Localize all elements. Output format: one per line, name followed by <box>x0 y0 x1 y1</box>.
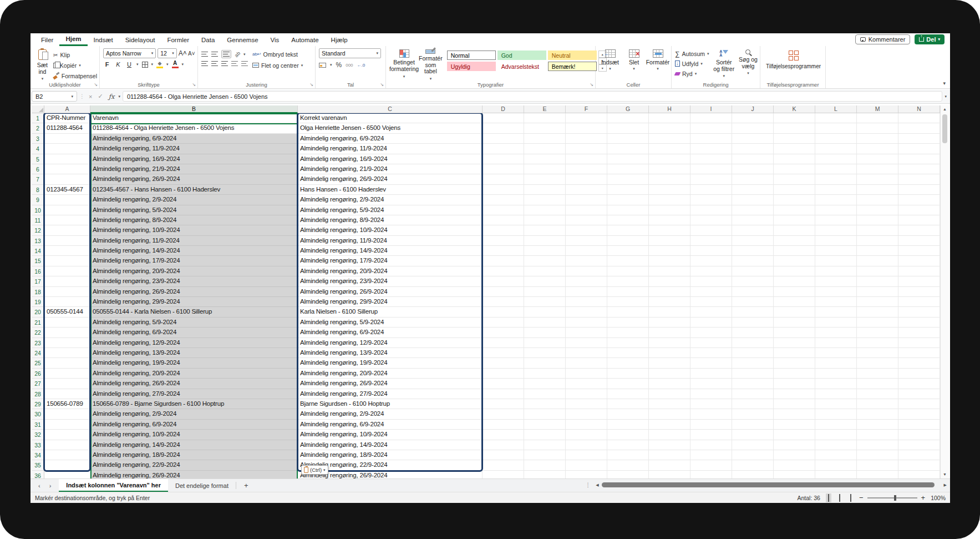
paste-options-button[interactable]: (Ctrl) ▾ <box>301 465 328 475</box>
cell-H33[interactable] <box>649 440 690 450</box>
scroll-down-icon[interactable]: ▼ <box>941 471 949 478</box>
cell-A20[interactable]: 050555-0144 <box>44 307 90 317</box>
cell-M24[interactable] <box>857 348 898 358</box>
cell-F3[interactable] <box>566 134 607 144</box>
cell-G24[interactable] <box>607 348 649 358</box>
dialog-launcher-icon[interactable]: ↘ <box>192 82 196 87</box>
ribbon-collapse-icon[interactable]: ▾ <box>943 80 946 86</box>
cell-C30[interactable]: Almindelig rengøring, 2/9-2024 <box>298 409 483 419</box>
column-header-D[interactable]: D <box>483 105 524 113</box>
cell-A24[interactable] <box>44 348 90 358</box>
cell-E32[interactable] <box>524 430 566 440</box>
cell-N24[interactable] <box>898 348 940 358</box>
cell-H10[interactable] <box>649 205 690 215</box>
cell-K7[interactable] <box>774 174 815 184</box>
cell-A25[interactable] <box>44 358 90 368</box>
cell-G14[interactable] <box>607 246 649 256</box>
cell-F35[interactable] <box>566 460 607 470</box>
cell-F26[interactable] <box>566 369 607 379</box>
cell-J16[interactable] <box>732 266 774 276</box>
cell-N10[interactable] <box>898 205 940 215</box>
row-header-5[interactable]: 5 <box>32 154 44 164</box>
cell-K1[interactable] <box>774 113 815 123</box>
cell-M27[interactable] <box>857 379 898 389</box>
cell-A22[interactable] <box>44 328 90 337</box>
cell-F22[interactable] <box>566 328 607 337</box>
column-header-L[interactable]: L <box>815 105 857 113</box>
cell-J27[interactable] <box>732 379 774 389</box>
cell-C6[interactable]: Almindelig rengøring, 21/9-2024 <box>298 164 483 174</box>
cell-B1[interactable]: Varenavn <box>90 113 298 123</box>
cell-B28[interactable]: Almindelig rengøring, 27/9-2024 <box>90 389 298 399</box>
increase-decimal-button[interactable]: ←.0 <box>357 63 365 68</box>
bold-button[interactable]: F <box>103 61 111 68</box>
cell-G16[interactable] <box>607 266 649 276</box>
row-header-11[interactable]: 11 <box>32 215 44 225</box>
cell-E19[interactable] <box>524 297 566 307</box>
formula-input[interactable]: 011288-4564 - Olga Henriette Jensen - 65… <box>123 91 943 102</box>
row-header-1[interactable]: 1 <box>32 113 44 123</box>
decrease-indent-button[interactable] <box>231 61 238 66</box>
cell-E18[interactable] <box>524 287 566 297</box>
cell-D33[interactable] <box>483 440 524 450</box>
cell-L12[interactable] <box>815 225 857 235</box>
cell-style-advarselstekst[interactable]: Advarselstekst <box>497 62 546 71</box>
cell-K22[interactable] <box>774 328 815 337</box>
cell-G7[interactable] <box>607 174 649 184</box>
column-header-H[interactable]: H <box>649 105 690 113</box>
cell-K34[interactable] <box>774 450 815 460</box>
cell-L23[interactable] <box>815 338 857 348</box>
cell-M29[interactable] <box>857 399 898 409</box>
cell-A18[interactable] <box>44 287 90 297</box>
cell-J34[interactable] <box>732 450 774 460</box>
cell-C28[interactable]: Almindelig rengøring, 27/9-2024 <box>298 389 483 399</box>
select-all-corner[interactable] <box>32 105 44 113</box>
cell-J9[interactable] <box>732 195 774 205</box>
row-header-15[interactable]: 15 <box>32 256 44 266</box>
cell-K33[interactable] <box>774 440 815 450</box>
cell-H6[interactable] <box>649 164 690 174</box>
autosum-button[interactable]: ∑Autosum▾ <box>675 49 709 58</box>
cell-L22[interactable] <box>815 328 857 337</box>
cell-J7[interactable] <box>732 174 774 184</box>
cell-M21[interactable] <box>857 318 898 328</box>
zoom-slider-thumb[interactable] <box>894 495 896 501</box>
cell-F36[interactable] <box>566 471 607 478</box>
cell-L6[interactable] <box>815 164 857 174</box>
row-header-13[interactable]: 13 <box>32 236 44 246</box>
cell-N13[interactable] <box>898 236 940 246</box>
cell-M18[interactable] <box>857 287 898 297</box>
cell-G21[interactable] <box>607 318 649 328</box>
cell-C29[interactable]: Bjarne Sigurdsen - 6100 Hoptrup <box>298 399 483 409</box>
cell-H9[interactable] <box>649 195 690 205</box>
cell-N30[interactable] <box>898 409 940 419</box>
copy-button[interactable]: Kopiér▾ <box>53 61 97 70</box>
cell-A30[interactable] <box>44 409 90 419</box>
cell-G12[interactable] <box>607 225 649 235</box>
cell-F10[interactable] <box>566 205 607 215</box>
cell-C1[interactable]: Korrekt varenavn <box>298 113 483 123</box>
row-header-16[interactable]: 16 <box>32 266 44 276</box>
cell-K29[interactable] <box>774 399 815 409</box>
conditional-formatting-button[interactable]: Betinget formatering ▾ <box>389 48 419 81</box>
cell-J36[interactable] <box>732 471 774 478</box>
cell-K19[interactable] <box>774 297 815 307</box>
cancel-icon[interactable]: × <box>87 93 94 100</box>
cell-G13[interactable] <box>607 236 649 246</box>
add-sheet-button[interactable]: + <box>236 479 256 492</box>
cell-style-normal[interactable]: Normal <box>447 51 496 60</box>
row-header-29[interactable]: 29 <box>32 399 44 409</box>
cell-G29[interactable] <box>607 399 649 409</box>
cell-L25[interactable] <box>815 358 857 368</box>
cell-I32[interactable] <box>690 430 732 440</box>
cell-B24[interactable]: Almindelig rengøring, 13/9-2024 <box>90 348 298 358</box>
cell-E21[interactable] <box>524 318 566 328</box>
cell-B7[interactable]: Almindelig rengøring, 26/9-2024 <box>90 174 298 184</box>
cell-L10[interactable] <box>815 205 857 215</box>
menu-tab-formler[interactable]: Formler <box>161 33 195 46</box>
cell-C16[interactable]: Almindelig rengøring, 20/9-2024 <box>298 266 483 276</box>
cell-I7[interactable] <box>690 174 732 184</box>
cell-K9[interactable] <box>774 195 815 205</box>
menu-tab-automate[interactable]: Automate <box>285 33 324 46</box>
cell-K2[interactable] <box>774 123 815 133</box>
